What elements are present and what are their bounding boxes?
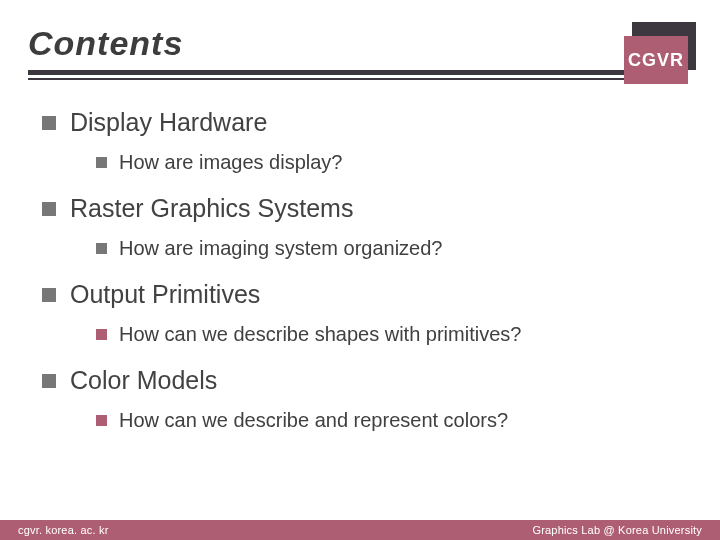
footer-left-text: cgvr. korea. ac. kr (18, 524, 109, 536)
slide-header: Contents CGVR (0, 0, 720, 78)
list-item: Raster Graphics Systems How are imaging … (42, 194, 678, 260)
content-area: Display Hardware How are images display?… (0, 108, 720, 452)
level2-text: How can we describe and represent colors… (119, 409, 508, 432)
footer-bar: cgvr. korea. ac. kr Graphics Lab @ Korea… (0, 520, 720, 540)
bullet-square-icon (42, 202, 56, 216)
list-item: Display Hardware How are images display? (42, 108, 678, 174)
bullet-square-icon (42, 374, 56, 388)
bullet-square-icon (42, 116, 56, 130)
level1-row: Display Hardware (42, 108, 678, 137)
bullet-square-icon (96, 243, 107, 254)
level1-row: Color Models (42, 366, 678, 395)
level1-text: Display Hardware (70, 108, 267, 137)
list-item: Output Primitives How can we describe sh… (42, 280, 678, 346)
badge-label: CGVR (624, 36, 688, 84)
level2-row: How are imaging system organized? (96, 237, 678, 260)
level2-row: How are images display? (96, 151, 678, 174)
title-rule-thick (28, 70, 624, 75)
level1-text: Output Primitives (70, 280, 260, 309)
level2-text: How are images display? (119, 151, 342, 174)
level1-row: Output Primitives (42, 280, 678, 309)
bullet-square-icon (96, 329, 107, 340)
level2-row: How can we describe and represent colors… (96, 409, 678, 432)
level2-row: How can we describe shapes with primitiv… (96, 323, 678, 346)
level2-text: How are imaging system organized? (119, 237, 443, 260)
title-rule-thin (28, 78, 624, 80)
level2-text: How can we describe shapes with primitiv… (119, 323, 521, 346)
badge: CGVR (624, 28, 696, 84)
bullet-square-icon (96, 157, 107, 168)
level1-text: Raster Graphics Systems (70, 194, 353, 223)
bullet-square-icon (96, 415, 107, 426)
level1-text: Color Models (70, 366, 217, 395)
level1-row: Raster Graphics Systems (42, 194, 678, 223)
bullet-square-icon (42, 288, 56, 302)
list-item: Color Models How can we describe and rep… (42, 366, 678, 432)
footer-right-text: Graphics Lab @ Korea University (532, 524, 702, 536)
slide-title: Contents (28, 24, 183, 63)
